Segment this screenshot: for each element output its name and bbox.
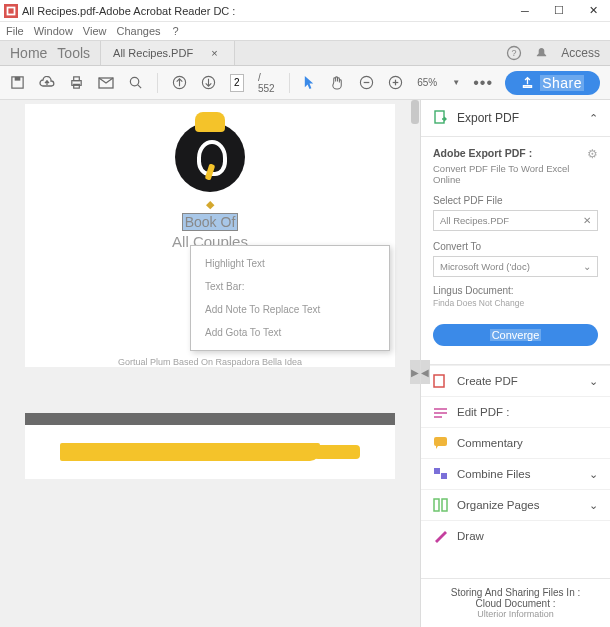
context-menu-item[interactable]: Add Note To Replace Text [191, 298, 389, 321]
footer-line-2: Cloud Document : [431, 598, 600, 609]
tool-draw[interactable]: Draw [421, 520, 610, 551]
export-pdf-icon [433, 110, 449, 126]
svg-rect-29 [442, 499, 447, 511]
svg-rect-27 [441, 473, 447, 479]
selected-file-value: All Recipes.PDF [440, 215, 509, 226]
convert-to-select[interactable]: Microsoft Word ('doc) ⌄ [433, 256, 598, 277]
chevron-down-icon: ⌄ [583, 261, 591, 272]
convert-button[interactable]: Converge [433, 324, 598, 346]
svg-rect-2 [8, 8, 13, 13]
tool-commentary[interactable]: Commentary [421, 427, 610, 458]
upload-icon [521, 76, 534, 89]
lingus-label: Lingus Document: [433, 285, 598, 296]
pointer-icon[interactable] [303, 75, 316, 91]
selected-text[interactable]: Book Of [182, 213, 239, 231]
menu-help[interactable]: ? [173, 25, 179, 37]
access-link[interactable]: Access [561, 46, 600, 60]
mail-icon[interactable] [98, 75, 114, 91]
zoom-dropdown-icon[interactable]: ▼ [451, 75, 461, 91]
tab-close-icon[interactable]: × [211, 47, 217, 59]
tool-edit-pdf[interactable]: Edit PDF : [421, 396, 610, 427]
zoom-out-icon[interactable] [359, 75, 374, 91]
svg-rect-22 [434, 408, 447, 410]
zoom-value[interactable]: 65% [417, 77, 437, 88]
page-number-input[interactable]: 2 [230, 74, 244, 92]
page-down-icon[interactable] [201, 75, 216, 91]
save-icon[interactable] [10, 75, 25, 91]
page-up-icon[interactable] [172, 75, 187, 91]
chef-hat-icon [195, 112, 225, 132]
caption-text: Gortual Plum Based On Raspadora Bella Id… [118, 357, 302, 367]
svg-rect-25 [434, 437, 447, 446]
separator [289, 73, 290, 93]
tab-document-label: All Recipes.PDF [113, 47, 193, 59]
svg-rect-8 [74, 77, 80, 81]
combine-icon [433, 467, 449, 481]
tool-organize-pages[interactable]: Organize Pages ⌄ [421, 489, 610, 520]
tool-label: Commentary [457, 437, 523, 449]
context-menu-item[interactable]: Add Gota To Text [191, 321, 389, 344]
bell-icon[interactable] [534, 46, 549, 61]
page-gap [25, 413, 395, 425]
tab-document[interactable]: All Recipes.PDF × [100, 41, 235, 65]
share-label: Share [540, 75, 584, 91]
window-title: All Recipes.pdf-Adobe Acrobat Reader DC … [22, 5, 508, 17]
hand-icon[interactable] [330, 75, 345, 91]
separator [157, 73, 158, 93]
tab-strip: Home Tools All Recipes.PDF × ? Access [0, 40, 610, 66]
export-pdf-header[interactable]: Export PDF ⌃ [421, 100, 610, 137]
right-panel: ◀ Export PDF ⌃ Adobe Export PDF : ⚙ Conv… [420, 100, 610, 627]
title-bar: All Recipes.pdf-Adobe Acrobat Reader DC … [0, 0, 610, 22]
print-icon[interactable] [69, 75, 84, 91]
svg-rect-23 [434, 412, 447, 414]
edit-pdf-icon [433, 405, 449, 419]
svg-text:?: ? [512, 48, 517, 58]
menu-file[interactable]: File [6, 25, 24, 37]
scrollbar-thumb[interactable] [411, 100, 419, 124]
context-menu: Highlight Text Text Bar: Add Note To Rep… [190, 245, 390, 351]
menu-view[interactable]: View [83, 25, 107, 37]
knife-graphic [60, 439, 360, 465]
context-menu-item[interactable]: Highlight Text [191, 252, 389, 275]
footer-line-3[interactable]: Ulterior Information [431, 609, 600, 619]
tool-label: Edit PDF : [457, 406, 509, 418]
app-icon [4, 4, 18, 18]
panel-expand-icon[interactable]: ▶ [410, 360, 420, 384]
minimize-button[interactable]: ─ [508, 0, 542, 22]
more-icon[interactable]: ••• [475, 75, 491, 91]
tab-tools[interactable]: Tools [57, 45, 90, 61]
menu-bar: File Window View Changes ? [0, 22, 610, 40]
tool-create-pdf[interactable]: Create PDF ⌄ [421, 365, 610, 396]
close-window-button[interactable]: ✕ [576, 0, 610, 22]
footer-line-1: Storing And Sharing Files In : [431, 587, 600, 598]
maximize-button[interactable]: ☐ [542, 0, 576, 22]
share-button[interactable]: Share [505, 71, 600, 95]
organize-icon [433, 498, 449, 512]
export-pdf-label: Export PDF [457, 111, 519, 125]
page-total: / 552 [258, 72, 275, 94]
document-page-2 [25, 425, 395, 479]
gear-icon[interactable]: ⚙ [587, 147, 598, 161]
cloud-icon[interactable] [39, 75, 55, 91]
svg-rect-6 [15, 77, 21, 81]
convert-to-value: Microsoft Word ('doc) [440, 261, 530, 272]
tool-combine-files[interactable]: Combine Files ⌄ [421, 458, 610, 489]
document-viewer[interactable]: ◆ Book Of All Couples ◆ Gortual Plum Bas… [0, 100, 420, 627]
convert-button-label: Converge [490, 329, 542, 341]
search-icon[interactable] [128, 75, 143, 91]
adobe-export-title: Adobe Export PDF : [433, 147, 532, 159]
tab-home[interactable]: Home [10, 45, 47, 61]
menu-window[interactable]: Window [34, 25, 73, 37]
menu-changes[interactable]: Changes [117, 25, 161, 37]
clear-icon[interactable]: ✕ [583, 215, 591, 226]
help-icon[interactable]: ? [506, 45, 522, 61]
context-menu-item[interactable]: Text Bar: [191, 275, 389, 298]
chevron-up-icon: ⌃ [589, 112, 598, 125]
svg-line-12 [138, 85, 141, 88]
panel-footer: Storing And Sharing Files In : Cloud Doc… [421, 578, 610, 627]
svg-rect-9 [74, 84, 80, 88]
panel-collapse-icon[interactable]: ◀ [420, 360, 430, 384]
selected-file-box[interactable]: All Recipes.PDF ✕ [433, 210, 598, 231]
adobe-export-sub: Convert PDF File To Word Excel Online [433, 163, 598, 185]
zoom-in-icon[interactable] [388, 75, 403, 91]
